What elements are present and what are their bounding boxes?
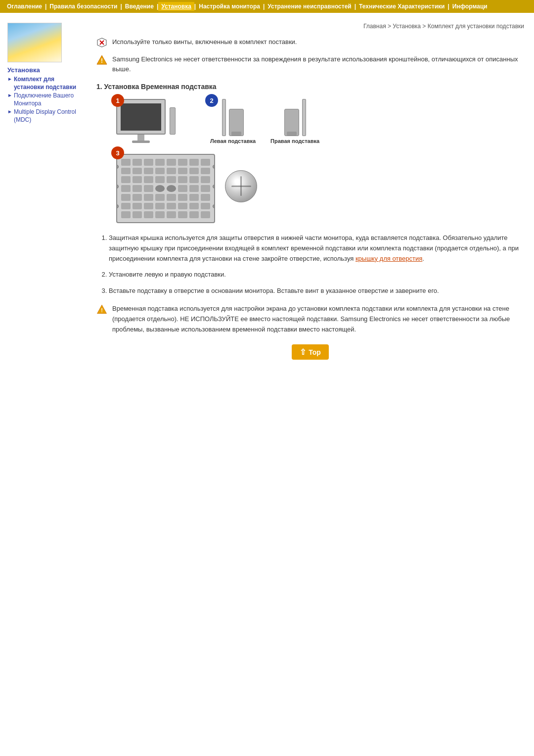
sidebar-item-connect[interactable]: ► Подключение Вашего Монитора bbox=[7, 92, 82, 107]
breadcrumb: Главная > Установка > Комплект для устан… bbox=[96, 23, 524, 30]
bottom-warning-text: Временная подставка используется для нас… bbox=[112, 304, 524, 334]
left-stand-group: Левая подставка bbox=[210, 99, 256, 144]
main-layout: Установка ► Комплект для установки подст… bbox=[0, 13, 534, 375]
warning-text-1: Используйте только винты, включенные в к… bbox=[112, 37, 297, 47]
step2-diagram: 2 Левая подставка bbox=[210, 96, 319, 144]
warning-row-1: Используйте только винты, включенные в к… bbox=[96, 37, 524, 49]
sidebar-item-kit[interactable]: ► Комплект для установки подставки bbox=[7, 76, 82, 91]
top-button[interactable]: ⇧ Top bbox=[292, 344, 329, 360]
nav-item-intro[interactable]: Введение bbox=[122, 2, 157, 11]
nav-item-install[interactable]: Установка bbox=[158, 2, 194, 11]
arrow-icon: ► bbox=[7, 76, 12, 82]
top-button-label: Top bbox=[309, 348, 321, 356]
nav-item-info[interactable]: Информаци bbox=[449, 2, 490, 11]
warning-row-2: ! Samsung Electronics не несет ответстве… bbox=[96, 54, 524, 74]
nav-item-contents[interactable]: Оглавление bbox=[4, 2, 45, 11]
sidebar-item-mdc[interactable]: ► Multiple Display Control (MDC) bbox=[7, 108, 82, 124]
nav-item-tech-specs[interactable]: Технические Характеристики bbox=[356, 2, 447, 11]
screw-illus bbox=[225, 170, 257, 202]
hole-cover-link[interactable]: крышку для отверстия bbox=[356, 255, 422, 262]
stand-piece-illus bbox=[170, 107, 176, 135]
top-navigation: Оглавление| Правила безопасности| Введен… bbox=[0, 0, 534, 13]
warning-text-2: Samsung Electronics не несет ответственн… bbox=[112, 54, 524, 74]
list-item-1-after: . bbox=[422, 255, 424, 262]
svg-text:!: ! bbox=[101, 57, 103, 64]
cross-warning-icon bbox=[96, 37, 107, 49]
arrow-icon-3: ► bbox=[7, 108, 12, 115]
nav-item-safety[interactable]: Правила безопасности bbox=[46, 2, 120, 11]
list-item-3: Вставьте подставку в отверстие в основан… bbox=[109, 286, 524, 296]
triangle-warning-icon: ! bbox=[96, 54, 107, 65]
sidebar-item-mdc-label: Multiple Display Control (MDC) bbox=[14, 108, 82, 124]
step2-badge: 2 bbox=[205, 94, 218, 107]
section-title: 1. Установка Временная подставка bbox=[96, 83, 524, 91]
sidebar-item-connect-label: Подключение Вашего Монитора bbox=[14, 92, 82, 107]
sidebar-section-title: Установка bbox=[7, 66, 82, 74]
step1-badge: 1 bbox=[111, 94, 124, 107]
monitor-front-illus bbox=[116, 99, 166, 143]
right-stand-group: Правая подставка bbox=[270, 99, 319, 144]
sidebar: Установка ► Комплект для установки подст… bbox=[0, 18, 87, 370]
left-stand-label: Левая подставка bbox=[210, 138, 256, 144]
step1-diagram: 1 bbox=[116, 96, 176, 143]
nav-item-troubleshoot[interactable]: Устранение неисправностей bbox=[265, 2, 354, 11]
sidebar-item-kit-label: Комплект для установки подставки bbox=[14, 76, 82, 91]
bottom-triangle-icon: ! bbox=[96, 304, 107, 315]
monitor-back-illus bbox=[116, 154, 215, 223]
top-arrow-icon: ⇧ bbox=[300, 347, 306, 357]
top-button-container: ⇧ Top bbox=[96, 344, 524, 360]
instruction-list: Защитная крышка используется для защиты … bbox=[96, 233, 524, 296]
arrow-icon-2: ► bbox=[7, 92, 12, 98]
brand-logo bbox=[7, 23, 62, 62]
bottom-warning-row: ! Временная подставка используется для н… bbox=[96, 304, 524, 334]
list-item-2: Установите левую и правую подставки. bbox=[109, 270, 524, 280]
main-content: Главная > Установка > Комплект для устан… bbox=[87, 18, 534, 370]
svg-text:!: ! bbox=[101, 307, 103, 313]
nav-item-monitor-settings[interactable]: Настройка монитора bbox=[196, 2, 263, 11]
step3-badge: 3 bbox=[111, 146, 124, 159]
right-stand-label: Правая подставка bbox=[270, 138, 319, 144]
list-item-1: Защитная крышка используется для защиты … bbox=[109, 233, 524, 264]
list-item-1-text: Защитная крышка используется для защиты … bbox=[109, 234, 519, 262]
